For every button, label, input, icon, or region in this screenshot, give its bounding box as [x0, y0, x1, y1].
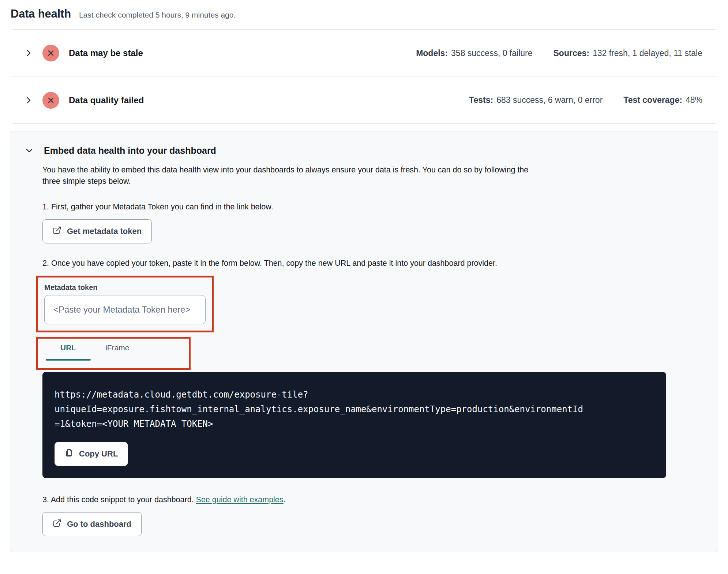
- status-row-title: Data quality failed: [69, 95, 144, 105]
- external-link-icon: [53, 519, 61, 530]
- chevron-right-icon[interactable]: [24, 49, 33, 57]
- chevron-down-icon[interactable]: [25, 146, 34, 156]
- status-row-left: Data quality failed: [24, 92, 144, 109]
- embed-section-card: Embed data health into your dashboard Yo…: [10, 131, 718, 552]
- embed-section-title: Embed data health into your dashboard: [44, 145, 216, 156]
- status-row-data-quality[interactable]: Data quality failed Tests:683 success, 6…: [10, 77, 718, 123]
- embed-url-line: https://metadata.cloud.getdbt.com/exposu…: [55, 387, 654, 402]
- embed-url-line: uniqueId=exposure.fishtown_internal_anal…: [55, 402, 654, 417]
- get-metadata-token-button[interactable]: Get metadata token: [42, 219, 152, 243]
- stat-divider: [543, 45, 543, 61]
- copy-icon: [65, 448, 74, 459]
- tab-url[interactable]: URL: [46, 338, 91, 360]
- test-coverage-stat-label: Test coverage:: [623, 95, 682, 105]
- page-title: Data health: [11, 7, 71, 20]
- last-check-status: Last check completed 5 hours, 9 minutes …: [79, 11, 236, 19]
- metadata-token-label: Metadata token: [44, 282, 206, 292]
- status-row-title: Data may be stale: [69, 48, 143, 58]
- status-row-stats: Models:358 success, 0 failure Sources:13…: [416, 45, 702, 61]
- embed-description: You have the ability to embed this data …: [42, 164, 531, 187]
- sources-stat: Sources:132 fresh, 1 delayed, 11 stale: [553, 48, 703, 58]
- embed-url-code-block: https://metadata.cloud.getdbt.com/exposu…: [42, 372, 666, 478]
- tab-iframe-label: iFrame: [105, 343, 129, 352]
- tab-bar: URL iFrame: [42, 338, 666, 360]
- metadata-token-input[interactable]: [44, 295, 206, 324]
- tests-stat: Tests:683 success, 6 warn, 0 error: [469, 95, 603, 105]
- test-coverage-stat: Test coverage:48%: [623, 95, 702, 105]
- models-stat: Models:358 success, 0 failure: [416, 48, 532, 58]
- status-card: Data may be stale Models:358 success, 0 …: [10, 29, 718, 124]
- status-row-stats: Tests:683 success, 6 warn, 0 error Test …: [469, 93, 702, 108]
- error-x-circle-icon: [42, 45, 59, 61]
- models-stat-label: Models:: [416, 48, 448, 58]
- page-header: Data health Last check completed 5 hours…: [10, 6, 718, 29]
- stat-divider: [613, 93, 613, 108]
- step-3-text-before: 3. Add this code snippet to your dashboa…: [42, 495, 196, 504]
- go-to-dashboard-label: Go to dashboard: [67, 519, 131, 529]
- embed-url-line: =1&token=<YOUR_METADATA_TOKEN>: [55, 417, 654, 431]
- embed-section-body: You have the ability to embed this data …: [10, 164, 718, 536]
- see-guide-link[interactable]: See guide with examples: [196, 495, 284, 504]
- status-row-left: Data may be stale: [24, 45, 143, 61]
- error-x-circle-icon: [42, 92, 59, 109]
- tests-stat-label: Tests:: [469, 95, 493, 105]
- copy-url-button[interactable]: Copy URL: [55, 442, 128, 466]
- external-link-icon: [53, 226, 61, 237]
- step-3-text: 3. Add this code snippet to your dashboa…: [42, 495, 666, 504]
- test-coverage-stat-value: 48%: [686, 95, 702, 105]
- tests-stat-value: 683 success, 6 warn, 0 error: [496, 95, 603, 105]
- tab-iframe[interactable]: iFrame: [91, 338, 144, 360]
- step-1-text: 1. First, gather your Metadata Token you…: [42, 202, 666, 212]
- models-stat-value: 358 success, 0 failure: [451, 48, 532, 58]
- sources-stat-value: 132 fresh, 1 delayed, 11 stale: [593, 48, 702, 58]
- annotation-token-box: Metadata token: [36, 276, 214, 332]
- get-metadata-token-label: Get metadata token: [67, 227, 142, 236]
- tab-url-label: URL: [60, 343, 76, 352]
- data-health-page: Data health Last check completed 5 hours…: [0, 0, 728, 552]
- embed-section-toggle[interactable]: Embed data health into your dashboard: [10, 145, 718, 156]
- go-to-dashboard-button[interactable]: Go to dashboard: [42, 512, 142, 536]
- step-2-text: 2. Once you have copied your token, past…: [42, 259, 666, 268]
- copy-url-label: Copy URL: [79, 449, 118, 459]
- status-row-data-stale[interactable]: Data may be stale Models:358 success, 0 …: [10, 30, 718, 77]
- step-3-text-after: .: [284, 495, 286, 504]
- chevron-right-icon[interactable]: [24, 96, 33, 105]
- sources-stat-label: Sources:: [553, 48, 589, 58]
